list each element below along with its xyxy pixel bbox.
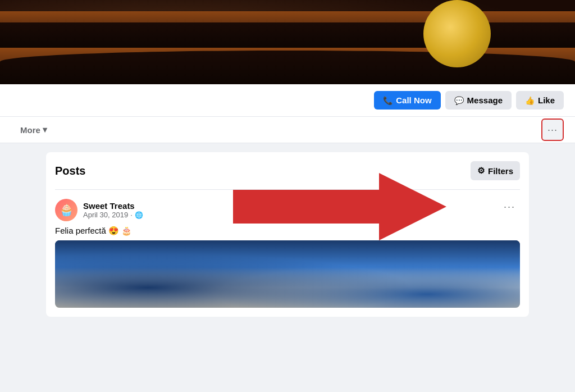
call-now-button[interactable]: 📞 Call Now (374, 91, 440, 110)
posts-title: Posts (55, 165, 85, 177)
ellipsis-icon: ··· (547, 124, 558, 136)
phone-icon: 📞 (383, 96, 393, 105)
messenger-icon: 💬 (454, 96, 464, 105)
more-label: More (20, 125, 40, 135)
filters-label: Filters (488, 166, 513, 176)
thumbs-up-icon: 👍 (525, 96, 535, 105)
avatar: 🧁 (55, 199, 77, 221)
call-now-label: Call Now (396, 95, 431, 105)
author-info: Sweet Treats April 30, 2019 · 🌐 (83, 201, 143, 219)
nav-tabs-right: ··· (541, 118, 564, 141)
post-header: 🧁 Sweet Treats April 30, 2019 · 🌐 ··· (55, 199, 520, 221)
chevron-down-icon: ▾ (43, 125, 47, 135)
main-content: Posts ⚙ Filters 🧁 Sweet Treats April 30,… (0, 143, 575, 326)
cover-image (0, 0, 575, 84)
author-name[interactable]: Sweet Treats (83, 201, 143, 211)
posts-section: Posts ⚙ Filters 🧁 Sweet Treats April 30,… (46, 152, 529, 317)
nav-tabs-row: More ▾ ··· (0, 117, 575, 143)
separator: · (130, 211, 133, 219)
post-image (55, 240, 520, 308)
filters-icon: ⚙ (477, 166, 485, 176)
message-button[interactable]: 💬 Message (445, 91, 512, 110)
post-author: 🧁 Sweet Treats April 30, 2019 · 🌐 (55, 199, 143, 221)
like-button[interactable]: 👍 Like (516, 91, 564, 110)
more-tab[interactable]: More ▾ (11, 117, 56, 143)
post-meta: April 30, 2019 · 🌐 (83, 211, 143, 219)
three-dots-menu-button[interactable]: ··· (541, 118, 564, 141)
post-card: 🧁 Sweet Treats April 30, 2019 · 🌐 ··· Fe… (55, 189, 520, 308)
like-label: Like (538, 95, 555, 105)
post-options-button[interactable]: ··· (499, 199, 520, 215)
message-label: Message (467, 95, 503, 105)
nav-tabs-left: More ▾ (11, 117, 56, 143)
posts-header: Posts ⚙ Filters (55, 161, 520, 180)
post-text: Felia perfectă 😍 🎂 (55, 226, 520, 236)
action-buttons-row: 📞 Call Now 💬 Message 👍 Like (0, 84, 575, 117)
globe-icon: 🌐 (135, 211, 143, 219)
post-date: April 30, 2019 (83, 211, 128, 219)
filters-button[interactable]: ⚙ Filters (471, 161, 520, 180)
